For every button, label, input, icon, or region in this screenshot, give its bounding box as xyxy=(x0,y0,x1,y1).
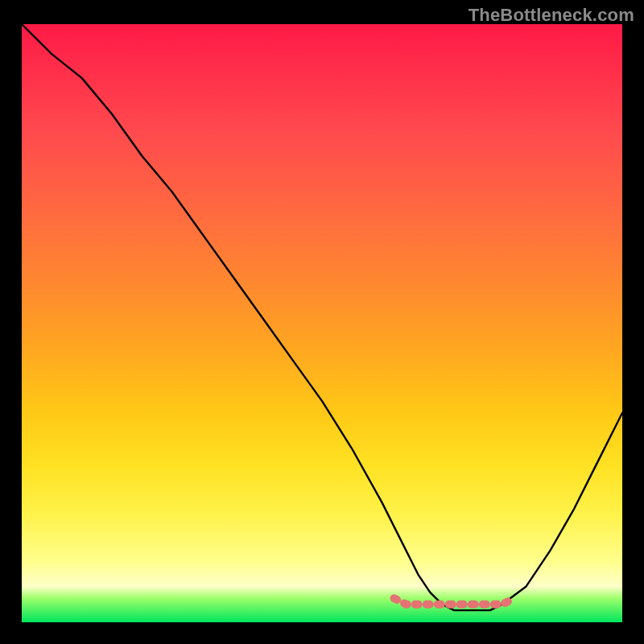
chart-container: TheBottleneck.com xyxy=(0,0,644,644)
plot-area xyxy=(22,24,622,622)
watermark-text: TheBottleneck.com xyxy=(469,5,634,26)
